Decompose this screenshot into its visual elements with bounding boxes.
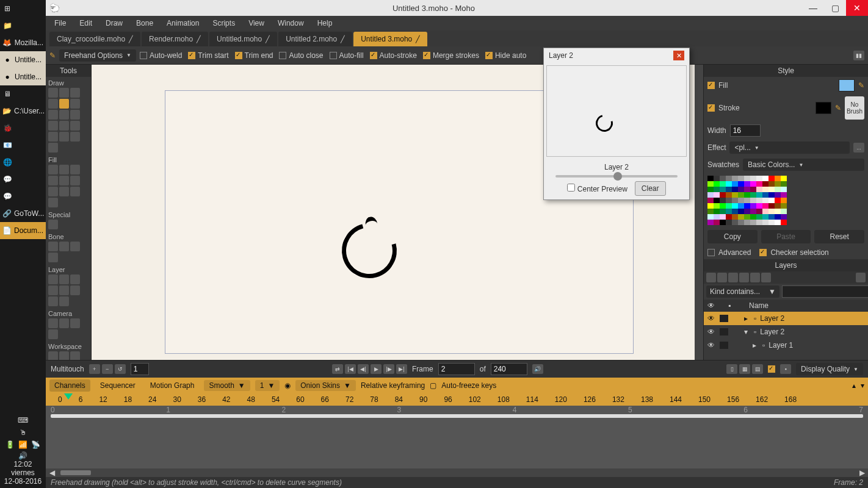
swatch-cell[interactable]	[738, 203, 744, 209]
width-input[interactable]	[730, 124, 761, 137]
menu-bone[interactable]: Bone	[130, 17, 159, 29]
tool-button[interactable]	[48, 274, 58, 284]
taskbar-item[interactable]: ⊞	[0, 0, 46, 17]
swatch-cell[interactable]	[769, 220, 775, 225]
menu-help[interactable]: Help	[311, 17, 339, 29]
swatch-cell[interactable]	[732, 198, 738, 203]
fill-checkbox[interactable]	[707, 82, 715, 89]
scroll-right-icon[interactable]: ▶	[858, 468, 866, 477]
loop-button[interactable]: ⇄	[332, 364, 343, 374]
swatch-cell[interactable]	[720, 209, 726, 214]
swatch-cell[interactable]	[756, 187, 762, 192]
volume-icon[interactable]: 🔊	[2, 451, 43, 460]
swatch-cell[interactable]	[744, 214, 750, 220]
swatch-cell[interactable]	[707, 176, 714, 181]
option-auto-weld[interactable]: Auto-weld	[140, 51, 182, 60]
swatch-cell[interactable]	[720, 198, 726, 203]
swatch-cell[interactable]	[781, 198, 787, 203]
swatch-cell[interactable]	[769, 214, 775, 220]
swatch-cell[interactable]	[762, 198, 769, 203]
tool-button[interactable]	[70, 187, 80, 196]
swatch-cell[interactable]	[781, 181, 787, 187]
tab-channels[interactable]: Channels	[49, 379, 90, 392]
swatch-cell[interactable]	[756, 220, 762, 225]
taskbar-item[interactable]: 💬	[0, 171, 46, 188]
layer-group-button[interactable]	[739, 273, 749, 282]
visibility-icon[interactable]: 👁	[707, 341, 716, 350]
option-trim-start[interactable]: Trim start	[188, 51, 228, 60]
tool-button[interactable]	[59, 351, 69, 360]
duplicate-layer-button[interactable]	[717, 273, 727, 282]
view-mode-3[interactable]: ▤	[752, 364, 763, 374]
tool-button[interactable]	[48, 198, 58, 207]
tool-button[interactable]	[70, 351, 80, 360]
playhead-icon[interactable]	[64, 393, 73, 400]
system-tray[interactable]: 🔋 📶 📡	[2, 440, 43, 449]
swatch-cell[interactable]	[707, 192, 714, 198]
visibility-icon[interactable]: 👁	[707, 314, 716, 323]
delete-layer-button[interactable]	[750, 273, 760, 282]
swatch-cell[interactable]	[756, 192, 762, 198]
tool-button[interactable]	[48, 187, 58, 196]
swatch-cell[interactable]	[762, 192, 769, 198]
swatch-cell[interactable]	[738, 198, 744, 203]
display-quality-dropdown[interactable]: Display Quality ▼	[796, 363, 863, 375]
interp-value-dropdown[interactable]: 1▼	[255, 380, 280, 391]
swatch-cell[interactable]	[738, 176, 744, 181]
go-end-button[interactable]: ▶|	[396, 364, 407, 374]
option-merge-strokes[interactable]: Merge strokes	[423, 51, 479, 60]
tool-button[interactable]	[70, 318, 80, 328]
signal-icon[interactable]: 📡	[31, 440, 40, 449]
tab-motion-graph[interactable]: Motion Graph	[145, 379, 200, 392]
swatch-cell[interactable]	[775, 187, 781, 192]
layer-filter-dropdown[interactable]: Kind contains... ▼	[706, 285, 779, 298]
swatch-cell[interactable]	[769, 203, 775, 209]
slider-thumb[interactable]	[613, 172, 622, 181]
swatch-cell[interactable]	[762, 220, 769, 225]
checkbox-icon[interactable]	[370, 52, 377, 59]
swatch-cell[interactable]	[775, 176, 781, 181]
tool-button[interactable]	[48, 285, 58, 295]
timeline-graph[interactable]: 01234567	[46, 406, 868, 468]
swatch-cell[interactable]	[738, 209, 744, 214]
tool-button[interactable]	[48, 296, 58, 306]
tool-button[interactable]	[59, 318, 69, 328]
expand-icon[interactable]: ▸	[753, 341, 759, 350]
layer-item[interactable]: 👁▸▫Layer 1	[704, 339, 868, 352]
swatch-cell[interactable]	[781, 203, 787, 209]
advanced-checkbox[interactable]	[707, 249, 715, 256]
swatch-cell[interactable]	[732, 181, 738, 187]
swatch-cell[interactable]	[714, 220, 720, 225]
swatch-cell[interactable]	[726, 203, 732, 209]
layer-search-input[interactable]	[782, 285, 868, 298]
file-tab[interactable]: Clay_crocodile.moho╱	[49, 32, 140, 46]
scroll-left-icon[interactable]: ◀	[48, 468, 56, 477]
stroke-edit-icon[interactable]: ✎	[835, 104, 841, 112]
swatches-dropdown[interactable]: Basic Colors... ▼	[743, 159, 864, 171]
view-mode-2[interactable]: ▦	[739, 364, 750, 374]
new-layer-button[interactable]	[706, 273, 716, 282]
tool-button[interactable]	[59, 99, 69, 109]
swatch-cell[interactable]	[732, 176, 738, 181]
swatch-cell[interactable]	[769, 209, 775, 214]
swatch-cell[interactable]	[762, 187, 769, 192]
layer-menu-button[interactable]	[856, 273, 866, 282]
swatch-cell[interactable]	[738, 220, 744, 225]
swatch-cell[interactable]	[762, 181, 769, 187]
swatch-cell[interactable]	[738, 192, 744, 198]
checkbox-icon[interactable]	[188, 52, 195, 59]
tool-button[interactable]	[70, 121, 80, 131]
file-tab[interactable]: Untitled 3.moho╱	[353, 32, 427, 46]
tool-button[interactable]	[59, 132, 69, 142]
swatch-cell[interactable]	[756, 203, 762, 209]
tool-button[interactable]	[48, 176, 58, 185]
scrollbar-thumb[interactable]	[60, 470, 91, 475]
tool-button[interactable]	[70, 285, 80, 295]
swatch-cell[interactable]	[726, 176, 732, 181]
swatch-cell[interactable]	[726, 209, 732, 214]
stroke-color-swatch[interactable]	[816, 102, 831, 114]
collapse-down-icon[interactable]: ▾	[861, 381, 864, 390]
swatch-cell[interactable]	[750, 198, 756, 203]
swatch-cell[interactable]	[707, 209, 714, 214]
swatch-cell[interactable]	[714, 187, 720, 192]
